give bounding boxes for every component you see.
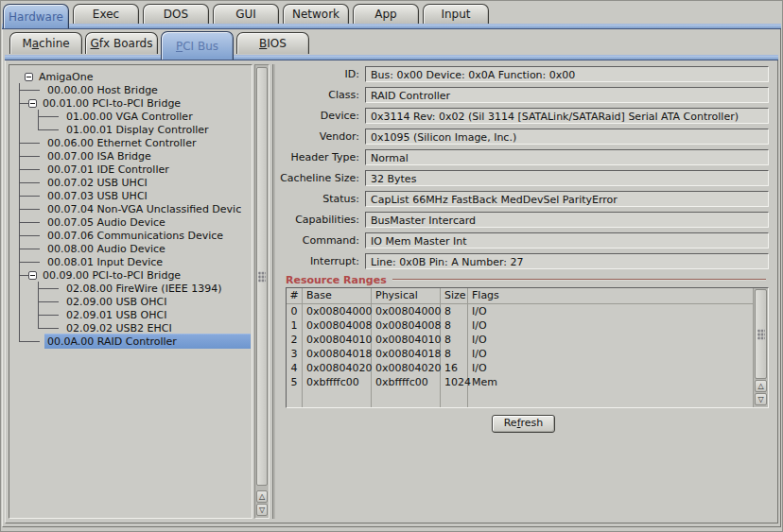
tree-scroll-up-button[interactable]: △: [256, 490, 268, 503]
table-cell: 8: [441, 318, 467, 333]
tree-item-label: 00.07.06 Communications Device: [44, 229, 226, 243]
refresh-button[interactable]: Refresh: [492, 415, 556, 433]
collapse-icon[interactable]: [25, 73, 33, 81]
tree-item[interactable]: 00.07.02 USB UHCI: [9, 176, 252, 189]
system-info-window: HardwareExecDOSGUINetworkAppInput Machin…: [0, 0, 783, 532]
column-header: Base: [303, 288, 371, 304]
tree-item[interactable]: 00.07.04 Non-VGA Unclassified Devic: [9, 202, 252, 215]
field-value: BusMaster Intercard: [365, 212, 769, 228]
tree-guide-line: [9, 202, 28, 215]
field-command: Command:IO Mem Master Int: [278, 232, 769, 249]
tree-guide-line: [28, 295, 47, 308]
scroll-down-icon: ▽: [259, 506, 265, 514]
field-label: Command:: [278, 234, 365, 247]
tree-item[interactable]: AmigaOne: [9, 70, 252, 83]
panel-splitter[interactable]: [270, 64, 278, 519]
scroll-up-icon: △: [757, 383, 763, 390]
tree-guide-line: [28, 83, 42, 96]
tree-item[interactable]: 00.07.00 ISA Bridge: [9, 149, 252, 163]
tree-scrollbar[interactable]: △ ▽: [254, 64, 270, 519]
pci-device-tree[interactable]: AmigaOne00.00.00 Host Bridge00.01.00 PCI…: [9, 64, 252, 519]
tree-guide-line: [28, 308, 47, 321]
resource-ranges-table[interactable]: #012345Base0x008040000x008040080x0080401…: [286, 287, 769, 408]
scrollbar-grip-icon: [757, 329, 765, 339]
tab-hardware[interactable]: Hardware: [3, 4, 69, 28]
table-cell: 0xbffffc00: [372, 375, 440, 389]
field-header-type: Header Type:Normal: [278, 149, 769, 165]
table-column-physical: Physical0x008040000x008040080x008040100x…: [372, 288, 441, 407]
table-column-num: #012345: [287, 288, 303, 407]
tree-guide-line: [9, 308, 28, 321]
tree-item[interactable]: 00.06.00 Ethernet Controller: [9, 136, 252, 149]
tree-guide-line: [9, 163, 28, 176]
tree-guide-line: [9, 335, 28, 348]
table-scrollbar-thumb[interactable]: [755, 289, 767, 379]
tree-item[interactable]: 01.00.00 VGA Controller: [9, 110, 252, 123]
pci-bus-page: AmigaOne00.00.00 Host Bridge00.01.00 PCI…: [5, 60, 778, 523]
tree-guide-line: [28, 176, 42, 189]
tab-gui[interactable]: GUI: [213, 4, 279, 24]
tab-gfx-boards[interactable]: Gfx Boards: [85, 32, 158, 54]
tree-item[interactable]: 00.09.00 PCI-to-PCI Bridge: [9, 268, 252, 282]
tree-item-label: 02.08.00 FireWire (IEEE 1394): [63, 282, 225, 296]
tab-network[interactable]: Network: [283, 4, 349, 24]
field-value: Line: 0x0B Pin: A Number: 27: [365, 253, 769, 269]
tab-machine[interactable]: Machine: [9, 32, 82, 54]
table-cell: 8: [441, 333, 467, 347]
tree-guide-line: [28, 215, 42, 229]
table-cell: 0xbffffc00: [303, 375, 371, 389]
table-cell: 2: [287, 333, 302, 347]
collapse-icon[interactable]: [28, 99, 37, 108]
tree-item[interactable]: 00.00.00 Host Bridge: [9, 83, 252, 96]
tab-pci-bus[interactable]: PCI Bus: [161, 31, 234, 60]
table-scrollbar[interactable]: △ ▽: [753, 288, 768, 407]
table-cell: I/O: [468, 361, 753, 375]
field-capabilities: Capabilities:BusMaster Intercard: [278, 212, 769, 228]
tree-item[interactable]: 01.00.01 Display Controller: [9, 123, 252, 136]
tree-item-label: 00.07.00 ISA Bridge: [44, 149, 154, 163]
top-tab-row: HardwareExecDOSGUINetworkAppInput: [3, 3, 489, 28]
tab-bios[interactable]: BIOS: [236, 32, 309, 54]
table-cell: 0x00804008: [372, 318, 440, 333]
tree-item-label: 01.00.01 Display Controller: [63, 123, 212, 137]
table-cell: 1024: [441, 375, 467, 389]
table-scroll-down-button[interactable]: ▽: [755, 393, 767, 405]
tree-scroll-down-button[interactable]: ▽: [256, 504, 268, 516]
tree-item[interactable]: 00.07.03 USB UHCI: [9, 189, 252, 202]
resource-ranges-title: Resource Ranges: [286, 274, 387, 286]
tree-item[interactable]: 00.01.00 PCI-to-PCI Bridge: [9, 96, 252, 110]
field-cacheline-size: Cacheline Size:32 Bytes: [278, 170, 769, 186]
tree-scrollbar-thumb[interactable]: [256, 67, 268, 486]
table-cell: 0x00804020: [303, 361, 371, 375]
tab-dos[interactable]: DOS: [143, 4, 209, 24]
table-scroll-up-button[interactable]: △: [755, 380, 767, 392]
tree-item[interactable]: 00.07.01 IDE Controller: [9, 163, 252, 176]
tree-item-label: 00.07.03 USB UHCI: [44, 189, 150, 203]
field-label: ID:: [278, 68, 365, 80]
collapse-icon[interactable]: [28, 271, 37, 280]
tree-item[interactable]: 00.07.05 Audio Device: [9, 215, 252, 229]
column-header: Physical: [372, 288, 440, 304]
tree-item[interactable]: 02.08.00 FireWire (IEEE 1394): [9, 282, 252, 295]
tree-guide-line: [28, 136, 42, 149]
tree-guide-line: [28, 282, 47, 295]
tree-guide-line: [9, 268, 28, 282]
tree-guide-line: [9, 242, 28, 255]
tree-item[interactable]: 02.09.00 USB OHCI: [9, 295, 252, 308]
tree-item[interactable]: 00.0A.00 RAID Controller: [9, 335, 252, 348]
field-label: Interrupt:: [278, 255, 365, 267]
tab-app[interactable]: App: [353, 4, 419, 24]
tab-exec[interactable]: Exec: [73, 4, 139, 24]
tab-input[interactable]: Input: [423, 4, 489, 24]
tree-item[interactable]: 00.07.06 Communications Device: [9, 229, 252, 242]
tree-guide-line: [28, 202, 42, 215]
tree-item[interactable]: 00.08.01 Input Device: [9, 255, 252, 268]
tree-item[interactable]: 02.09.01 USB OHCI: [9, 308, 252, 321]
table-column-size: Size8888161024: [441, 288, 468, 407]
tree-item[interactable]: 00.08.00 Audio Device: [9, 242, 252, 255]
tree-item[interactable]: 02.09.02 USB2 EHCI: [9, 321, 252, 335]
scrollbar-grip-icon: [258, 271, 266, 282]
field-value: CapList 66MHz FastBack MedDevSel ParityE…: [365, 191, 769, 207]
table-cell: 1: [287, 318, 302, 333]
field-interrupt: Interrupt:Line: 0x0B Pin: A Number: 27: [278, 253, 769, 269]
